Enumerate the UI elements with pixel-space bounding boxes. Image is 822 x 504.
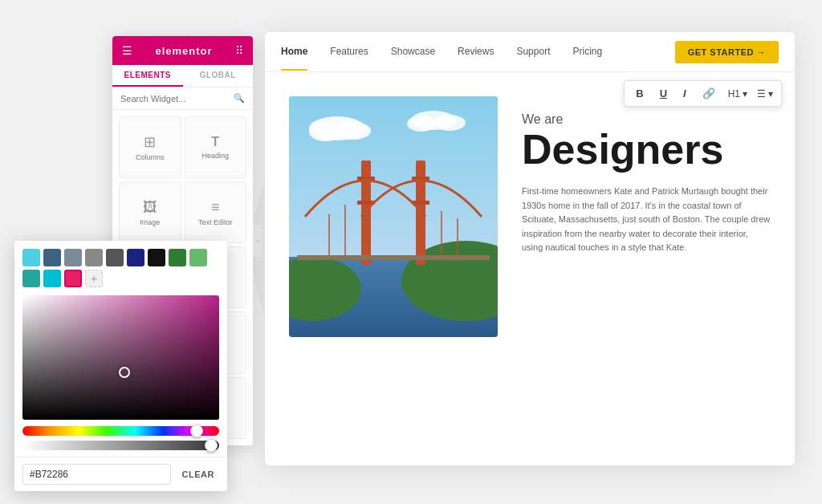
- elementor-logo: elementor: [155, 45, 212, 57]
- color-gradient-picker[interactable]: [22, 295, 219, 420]
- text-editor-icon: ≡: [211, 199, 220, 216]
- nav-item-pricing[interactable]: Pricing: [572, 34, 602, 71]
- color-picker: + CLEAR: [14, 241, 227, 491]
- preview-text: We are Designers First-time homeowners K…: [522, 96, 771, 449]
- widget-text-editor-label: Text Editor: [198, 218, 233, 226]
- link-button[interactable]: 🔗: [699, 86, 718, 101]
- panel-resize-handle[interactable]: ‹: [253, 225, 262, 257]
- search-icon: 🔍: [234, 93, 245, 104]
- format-toolbar: B U I 🔗 H1 ▾ ☰ ▾: [624, 80, 782, 107]
- swatch-blue-dark[interactable]: [43, 249, 61, 266]
- hero-body-text: First-time homeowners Kate and Patrick M…: [522, 185, 771, 255]
- hamburger-icon[interactable]: ☰: [122, 44, 132, 57]
- nav-cta-button[interactable]: GET STARTED →: [675, 41, 779, 63]
- svg-point-19: [336, 122, 371, 140]
- svg-point-22: [433, 115, 466, 131]
- panel-tabs: ELEMENTS GLOBAL: [112, 65, 253, 87]
- widget-image-label: Image: [140, 218, 160, 226]
- swatch-cyan2[interactable]: [43, 270, 61, 287]
- color-input-row: CLEAR: [14, 457, 227, 491]
- clear-button[interactable]: CLEAR: [177, 465, 219, 483]
- swatch-navy[interactable]: [127, 249, 144, 266]
- swatch-green[interactable]: [169, 249, 186, 266]
- list-button[interactable]: ☰ ▾: [757, 88, 773, 100]
- preview-content: We are Designers First-time homeowners K…: [265, 72, 795, 465]
- bridge-svg: [289, 96, 498, 337]
- widget-heading[interactable]: T Heading: [185, 116, 247, 178]
- heading-chevron-icon: ▾: [743, 88, 747, 100]
- list-icon: ☰: [757, 88, 766, 100]
- hero-image: [289, 96, 498, 337]
- nav-item-home[interactable]: Home: [281, 34, 307, 71]
- panel-header: ☰ elementor ⠿: [112, 36, 253, 65]
- grid-icon[interactable]: ⠿: [235, 44, 243, 57]
- preview-nav: Home Features Showcase Reviews Support P…: [265, 32, 795, 72]
- swatch-gray2[interactable]: [85, 249, 103, 266]
- hue-thumb[interactable]: [190, 425, 203, 437]
- color-swatches: +: [14, 241, 227, 292]
- widget-columns[interactable]: ⊞ Columns: [119, 116, 181, 178]
- bold-button[interactable]: B: [633, 86, 646, 101]
- swatch-teal[interactable]: [22, 270, 40, 287]
- widget-image[interactable]: 🖼 Image: [119, 181, 181, 242]
- swatch-gray3[interactable]: [106, 249, 124, 266]
- columns-icon: ⊞: [144, 133, 156, 151]
- list-chevron-icon: ▾: [768, 88, 773, 100]
- widget-heading-label: Heading: [201, 152, 229, 160]
- opacity-thumb[interactable]: [205, 439, 218, 452]
- tab-elements[interactable]: ELEMENTS: [112, 65, 183, 87]
- swatch-add[interactable]: +: [85, 270, 103, 287]
- tab-global[interactable]: GLOBAL: [183, 65, 254, 87]
- color-gradient-cursor: [119, 367, 130, 378]
- swatch-cyan[interactable]: [22, 249, 40, 266]
- nav-item-showcase[interactable]: Showcase: [391, 34, 435, 71]
- nav-item-support[interactable]: Support: [516, 34, 550, 71]
- italic-button[interactable]: I: [680, 86, 690, 101]
- we-are-text: We are: [522, 112, 771, 127]
- hue-slider[interactable]: [22, 426, 219, 436]
- image-icon: 🖼: [143, 199, 157, 216]
- opacity-slider[interactable]: [22, 441, 219, 450]
- swatch-gray1[interactable]: [64, 249, 82, 266]
- designers-heading: Designers: [522, 128, 771, 170]
- hue-slider-wrap: [22, 426, 219, 436]
- panel-search: 🔍: [112, 87, 253, 110]
- nav-item-reviews[interactable]: Reviews: [458, 34, 494, 71]
- search-input[interactable]: [120, 94, 230, 104]
- widget-columns-label: Columns: [136, 153, 165, 161]
- hex-color-input[interactable]: [22, 464, 171, 485]
- svg-point-21: [407, 116, 436, 132]
- widget-text-editor[interactable]: ≡ Text Editor: [185, 181, 247, 242]
- heading-select-label: H1: [728, 88, 740, 100]
- nav-item-features[interactable]: Features: [330, 34, 368, 71]
- underline-button[interactable]: U: [657, 86, 670, 101]
- swatch-black[interactable]: [148, 249, 165, 266]
- heading-icon: T: [211, 135, 219, 149]
- swatch-pink[interactable]: [64, 270, 82, 287]
- heading-select[interactable]: H1 ▾: [728, 88, 747, 100]
- swatch-green2[interactable]: [189, 249, 207, 266]
- svg-rect-16: [297, 255, 490, 260]
- opacity-slider-wrap: [22, 441, 219, 450]
